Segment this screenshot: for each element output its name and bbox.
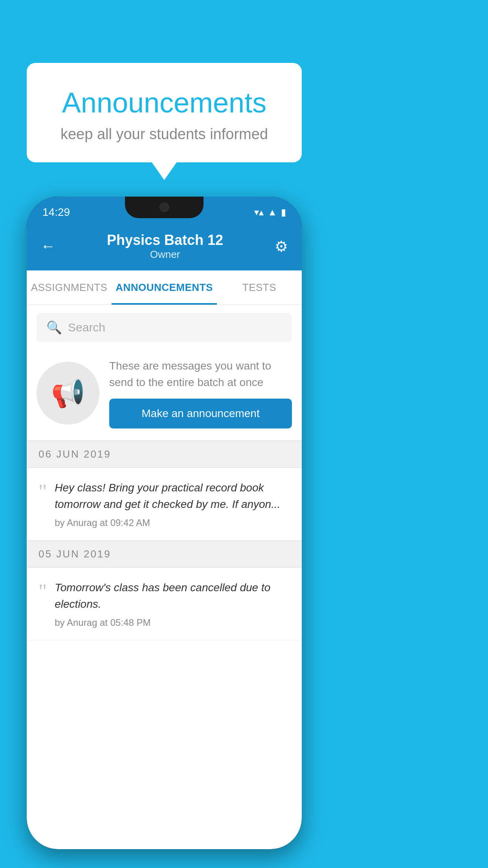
speech-bubble: Announcements keep all your students inf…: [27, 63, 302, 162]
phone-frame: 14:29 ▾▴ ▲ ▮ ← Physics Batch 12 Owner ⚙ …: [27, 197, 302, 849]
phone-notch: [125, 197, 204, 218]
quote-icon-2: ": [39, 581, 47, 602]
tab-bar: ASSIGNMENTS ANNOUNCEMENTS TESTS: [27, 270, 302, 305]
announcement-author-2: by Anurag at 05:48 PM: [55, 617, 290, 628]
megaphone-icon: 📢: [51, 377, 85, 409]
announcement-right: These are messages you want to send to t…: [109, 358, 292, 428]
announcement-item-2[interactable]: " Tomorrow's class has been cancelled du…: [27, 568, 302, 640]
announcement-placeholder: 📢 These are messages you want to send to…: [27, 350, 302, 441]
phone-screen: 14:29 ▾▴ ▲ ▮ ← Physics Batch 12 Owner ⚙ …: [27, 197, 302, 849]
announcements-subtitle: keep all your students informed: [46, 126, 282, 143]
status-time: 14:29: [42, 206, 70, 219]
header-center: Physics Batch 12 Owner: [107, 232, 223, 261]
quote-icon-1: ": [39, 482, 47, 502]
announcement-author-1: by Anurag at 09:42 AM: [55, 517, 290, 528]
status-icons: ▾▴ ▲ ▮: [254, 207, 286, 218]
batch-title: Physics Batch 12: [107, 232, 223, 248]
announcement-item-1[interactable]: " Hey class! Bring your practical record…: [27, 468, 302, 541]
phone-screen-content: ASSIGNMENTS ANNOUNCEMENTS TESTS 🔍 Search…: [27, 270, 302, 849]
search-icon: 🔍: [46, 320, 62, 335]
back-button[interactable]: ←: [40, 238, 55, 255]
announcements-title: Announcements: [46, 86, 282, 119]
megaphone-circle: 📢: [37, 362, 99, 425]
app-header: ← Physics Batch 12 Owner ⚙: [27, 224, 302, 270]
signal-icon: ▲: [268, 207, 277, 218]
batch-subtitle: Owner: [107, 248, 223, 261]
wifi-icon: ▾▴: [254, 207, 264, 218]
make-announcement-button[interactable]: Make an announcement: [109, 399, 292, 428]
announcement-text-1: Hey class! Bring your practical record b…: [55, 480, 290, 513]
search-bar[interactable]: 🔍 Search: [37, 313, 292, 342]
announcement-text-2: Tomorrow's class has been cancelled due …: [55, 579, 290, 612]
tab-announcements[interactable]: ANNOUNCEMENTS: [112, 270, 217, 305]
tab-tests[interactable]: TESTS: [217, 270, 302, 305]
date-separator-1: 06 JUN 2019: [27, 441, 302, 468]
announcement-content-1: Hey class! Bring your practical record b…: [55, 480, 290, 528]
announcement-content-2: Tomorrow's class has been cancelled due …: [55, 579, 290, 628]
search-placeholder: Search: [68, 321, 105, 334]
tab-assignments[interactable]: ASSIGNMENTS: [27, 270, 112, 305]
phone-camera: [160, 202, 169, 212]
settings-icon[interactable]: ⚙: [275, 238, 288, 255]
battery-icon: ▮: [281, 207, 286, 218]
speech-bubble-container: Announcements keep all your students inf…: [27, 63, 302, 162]
date-separator-2: 05 JUN 2019: [27, 541, 302, 568]
announcement-description: These are messages you want to send to t…: [109, 358, 292, 391]
